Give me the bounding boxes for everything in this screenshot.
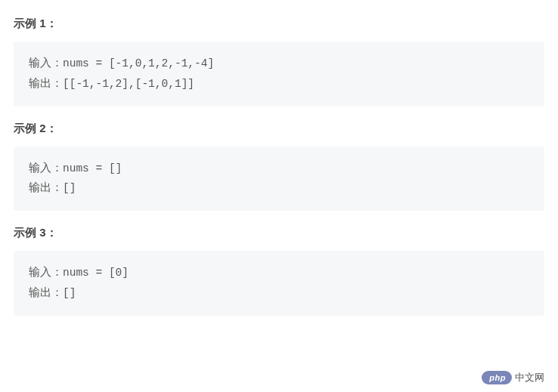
- input-value: nums = [0]: [63, 267, 129, 279]
- input-line: 输入：nums = []: [29, 159, 529, 179]
- input-value: nums = [-1,0,1,2,-1,-4]: [63, 57, 214, 69]
- input-label: 输入：: [29, 162, 63, 174]
- output-value: [[-1,-1,2],[-1,0,1]]: [63, 78, 194, 90]
- code-block-1: 输入：nums = [-1,0,1,2,-1,-4] 输出：[[-1,-1,2]…: [14, 42, 544, 106]
- example-heading-2: 示例 2：: [14, 122, 544, 136]
- code-block-3: 输入：nums = [0] 输出：[]: [14, 251, 544, 316]
- input-line: 输入：nums = [-1,0,1,2,-1,-4]: [29, 54, 529, 74]
- watermark: php 中文网: [482, 371, 544, 384]
- input-value: nums = []: [63, 162, 122, 174]
- input-label: 输入：: [29, 57, 63, 69]
- example-heading-1: 示例 1：: [14, 17, 544, 31]
- code-block-2: 输入：nums = [] 输出：[]: [14, 147, 544, 211]
- output-line: 输出：[]: [29, 283, 529, 304]
- watermark-text: 中文网: [515, 371, 544, 384]
- output-line: 输出：[]: [29, 178, 529, 199]
- output-label: 输出：: [29, 287, 63, 299]
- php-badge-icon: php: [482, 371, 512, 384]
- output-value: []: [63, 182, 76, 194]
- output-label: 输出：: [29, 182, 63, 194]
- example-heading-3: 示例 3：: [14, 226, 544, 240]
- input-line: 输入：nums = [0]: [29, 263, 529, 283]
- output-label: 输出：: [29, 78, 63, 90]
- input-label: 输入：: [29, 267, 63, 279]
- output-value: []: [63, 287, 76, 299]
- output-line: 输出：[[-1,-1,2],[-1,0,1]]: [29, 74, 529, 94]
